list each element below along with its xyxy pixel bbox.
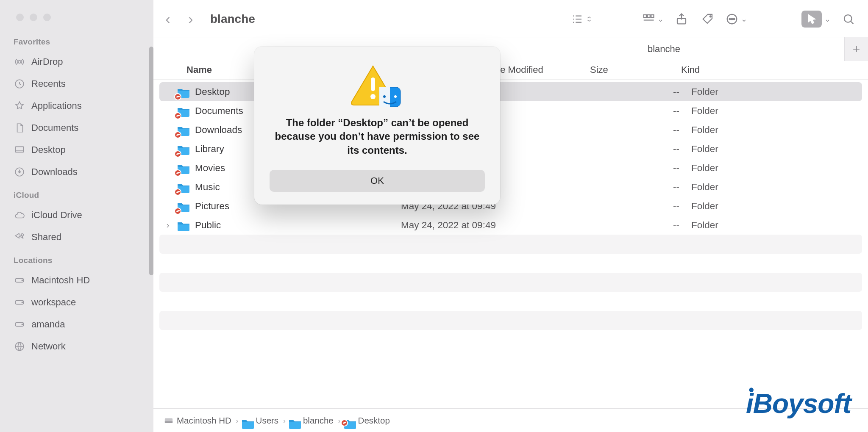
shared-icon bbox=[14, 231, 25, 243]
svg-rect-24 bbox=[371, 78, 375, 91]
sidebar-item-recents[interactable]: Recents bbox=[0, 73, 153, 95]
folder-icon bbox=[176, 161, 191, 175]
sidebar-item-label: Applications bbox=[31, 100, 82, 111]
back-button[interactable]: ‹ bbox=[158, 8, 178, 30]
sidebar: Favorites AirDrop Recents Applications D… bbox=[0, 0, 153, 432]
toolbar: ‹ › blanche ⌄ ⌄ bbox=[153, 0, 868, 38]
cursor-color-button[interactable]: ⌄ bbox=[798, 8, 834, 30]
svg-point-25 bbox=[370, 94, 376, 99]
tags-button[interactable] bbox=[696, 8, 720, 30]
file-kind: Folder bbox=[691, 125, 718, 136]
file-size: -- bbox=[600, 220, 691, 231]
path-separator: › bbox=[338, 415, 341, 426]
sidebar-item-label: Network bbox=[31, 341, 66, 352]
sidebar-item-macintosh-hd[interactable]: Macintosh HD bbox=[0, 269, 153, 291]
svg-rect-12 bbox=[644, 15, 646, 17]
path-segment[interactable]: Desktop bbox=[345, 415, 390, 426]
path-separator: › bbox=[283, 415, 286, 426]
file-kind: Folder bbox=[691, 144, 718, 155]
sidebar-item-label: amanda bbox=[31, 319, 65, 330]
svg-point-20 bbox=[734, 18, 735, 19]
sidebar-item-documents[interactable]: Documents bbox=[0, 117, 153, 139]
svg-rect-13 bbox=[648, 15, 650, 17]
svg-point-29 bbox=[394, 95, 397, 98]
search-button[interactable] bbox=[837, 8, 860, 30]
sidebar-item-applications[interactable]: Applications bbox=[0, 95, 153, 117]
disclosure-triangle[interactable]: › bbox=[159, 220, 176, 230]
sidebar-item-label: Documents bbox=[31, 122, 78, 133]
sidebar-item-downloads[interactable]: Downloads bbox=[0, 161, 153, 183]
sidebar-scrollbar[interactable] bbox=[149, 47, 153, 275]
col-size[interactable]: Size bbox=[590, 64, 681, 75]
group-button[interactable]: ⌄ bbox=[639, 8, 667, 30]
file-kind: Folder bbox=[691, 105, 718, 116]
svg-point-21 bbox=[844, 15, 852, 22]
sidebar-item-amanda[interactable]: amanda bbox=[0, 313, 153, 335]
watermark: •iBoysoft bbox=[746, 388, 851, 419]
folder-icon bbox=[176, 85, 191, 99]
download-icon bbox=[14, 166, 25, 178]
sidebar-item-network[interactable]: Network bbox=[0, 335, 153, 357]
window-controls bbox=[0, 5, 153, 30]
traffic-max[interactable] bbox=[43, 14, 51, 21]
sidebar-item-airdrop[interactable]: AirDrop bbox=[0, 51, 153, 73]
sidebar-item-workspace[interactable]: workspace bbox=[0, 291, 153, 313]
col-kind[interactable]: Kind bbox=[681, 64, 868, 75]
path-segment[interactable]: Macintosh HD bbox=[164, 415, 231, 426]
path-separator: › bbox=[236, 415, 239, 426]
empty-row bbox=[159, 235, 862, 254]
view-list-button[interactable] bbox=[568, 8, 596, 30]
folder-icon bbox=[176, 199, 191, 213]
sidebar-item-label: workspace bbox=[31, 297, 76, 308]
path-icon bbox=[290, 416, 300, 425]
file-size: -- bbox=[600, 86, 691, 97]
folder-icon bbox=[176, 104, 191, 118]
svg-point-0 bbox=[18, 61, 21, 64]
window-title: blanche bbox=[210, 12, 255, 26]
path-segment[interactable]: blanche bbox=[290, 415, 334, 426]
clock-icon bbox=[14, 78, 25, 90]
share-button[interactable] bbox=[670, 8, 693, 30]
svg-point-18 bbox=[729, 18, 731, 19]
svg-point-8 bbox=[22, 302, 22, 303]
disk-icon bbox=[14, 296, 25, 308]
file-row[interactable]: › Public May 24, 2022 at 09:49 -- Folder bbox=[159, 216, 862, 235]
sidebar-item-icloud-drive[interactable]: iCloud Drive bbox=[0, 204, 153, 226]
file-size: -- bbox=[600, 105, 691, 116]
alert-message: The folder “Desktop” can’t be opened bec… bbox=[270, 116, 485, 157]
path-label: blanche bbox=[303, 415, 334, 426]
empty-row bbox=[153, 292, 868, 311]
sidebar-item-label: iCloud Drive bbox=[31, 210, 82, 221]
permission-alert: The folder “Desktop” can’t be opened bec… bbox=[254, 47, 500, 205]
sidebar-item-label: AirDrop bbox=[31, 56, 63, 67]
forward-button[interactable]: › bbox=[181, 8, 201, 30]
new-tab-button[interactable]: + bbox=[844, 37, 868, 61]
svg-point-4 bbox=[21, 234, 23, 236]
document-icon bbox=[14, 122, 25, 134]
folder-icon bbox=[176, 142, 191, 156]
warning-icon bbox=[350, 63, 405, 109]
file-kind: Folder bbox=[691, 163, 718, 174]
alert-ok-button[interactable]: OK bbox=[270, 170, 485, 192]
sidebar-item-desktop[interactable]: Desktop bbox=[0, 139, 153, 161]
svg-point-16 bbox=[710, 16, 711, 17]
traffic-close[interactable] bbox=[16, 14, 24, 21]
sidebar-section-favorites: Favorites bbox=[0, 30, 153, 51]
path-label: Macintosh HD bbox=[177, 415, 231, 426]
sidebar-item-label: Macintosh HD bbox=[31, 275, 90, 286]
airdrop-icon bbox=[14, 56, 25, 68]
path-segment[interactable]: Users bbox=[243, 415, 279, 426]
sidebar-item-label: Recents bbox=[31, 78, 66, 89]
svg-point-6 bbox=[22, 280, 22, 281]
file-size: -- bbox=[600, 125, 691, 136]
svg-rect-14 bbox=[651, 15, 654, 17]
sidebar-item-label: Downloads bbox=[31, 166, 78, 177]
svg-point-19 bbox=[732, 18, 733, 19]
actions-button[interactable]: ⌄ bbox=[722, 8, 751, 30]
folder-icon bbox=[176, 218, 191, 233]
sidebar-item-shared[interactable]: Shared bbox=[0, 226, 153, 248]
path-icon bbox=[345, 416, 355, 425]
path-icon bbox=[243, 416, 253, 425]
traffic-min[interactable] bbox=[30, 14, 37, 21]
path-label: Users bbox=[256, 415, 279, 426]
